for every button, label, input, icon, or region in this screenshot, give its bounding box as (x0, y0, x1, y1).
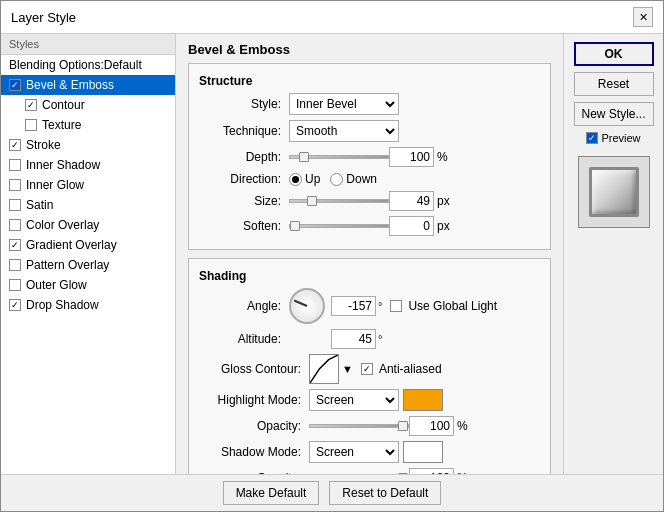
angle-dial[interactable] (289, 288, 325, 324)
structure-title: Structure (199, 74, 540, 88)
style-item-outer-glow[interactable]: Outer Glow (1, 275, 175, 295)
depth-slider-container (289, 155, 389, 159)
direction-row: Direction: Up Down (199, 172, 540, 186)
anti-aliased-checkbox[interactable]: Anti-aliased (361, 362, 442, 376)
gloss-contour-thumb[interactable] (309, 354, 339, 384)
checkbox-bevel[interactable] (9, 79, 21, 91)
global-light-label: Use Global Light (408, 299, 497, 313)
left-panel: Styles Blending Options:DefaultBevel & E… (1, 34, 176, 474)
direction-down-circle (330, 173, 343, 186)
shading-title: Shading (199, 269, 540, 283)
reset-button[interactable]: Reset (574, 72, 654, 96)
label-inner-shadow: Inner Shadow (26, 158, 100, 172)
soften-row: Soften: px (199, 216, 540, 236)
technique-select[interactable]: Smooth Chisel Hard Chisel Soft (289, 120, 399, 142)
style-row: Style: Inner Bevel Outer Bevel Emboss Pi… (199, 93, 540, 115)
shadow-color-swatch[interactable] (403, 441, 443, 463)
bottom-bar: Make Default Reset to Default (1, 474, 663, 511)
checkbox-outer-glow[interactable] (9, 279, 21, 291)
soften-slider-container (289, 224, 389, 228)
style-item-bevel[interactable]: Bevel & Emboss (1, 75, 175, 95)
highlight-mode-label: Highlight Mode: (199, 393, 309, 407)
checkbox-pattern-overlay[interactable] (9, 259, 21, 271)
angle-input[interactable] (331, 296, 376, 316)
size-slider-container (289, 199, 389, 203)
ok-button[interactable]: OK (574, 42, 654, 66)
checkbox-texture[interactable] (25, 119, 37, 131)
contour-arrow[interactable]: ▼ (342, 363, 353, 375)
highlight-mode-select[interactable]: Screen Normal Multiply (309, 389, 399, 411)
label-gradient-overlay: Gradient Overlay (26, 238, 117, 252)
direction-up-label: Up (305, 172, 320, 186)
style-item-contour[interactable]: Contour (1, 95, 175, 115)
new-style-button[interactable]: New Style... (574, 102, 654, 126)
anti-aliased-label: Anti-aliased (379, 362, 442, 376)
size-row: Size: px (199, 191, 540, 211)
style-item-gradient-overlay[interactable]: Gradient Overlay (1, 235, 175, 255)
style-item-color-overlay[interactable]: Color Overlay (1, 215, 175, 235)
shadow-mode-row: Shadow Mode: Screen Normal Multiply (199, 441, 540, 463)
layer-style-dialog: Layer Style ✕ Styles Blending Options:De… (0, 0, 664, 512)
altitude-row: Altitude: ° (199, 329, 540, 349)
soften-label: Soften: (199, 219, 289, 233)
checkbox-gradient-overlay[interactable] (9, 239, 21, 251)
contour-svg (310, 355, 338, 383)
checkbox-color-overlay[interactable] (9, 219, 21, 231)
style-item-texture[interactable]: Texture (1, 115, 175, 135)
checkbox-inner-glow[interactable] (9, 179, 21, 191)
highlight-opacity-unit: % (457, 419, 468, 433)
style-item-satin[interactable]: Satin (1, 195, 175, 215)
preview-label-container: Preview (586, 132, 640, 144)
dialog-body: Styles Blending Options:DefaultBevel & E… (1, 34, 663, 474)
center-panel: Bevel & Emboss Structure Style: Inner Be… (176, 34, 563, 474)
depth-input[interactable] (389, 147, 434, 167)
style-list: Blending Options:DefaultBevel & EmbossCo… (1, 55, 175, 315)
altitude-unit: ° (378, 333, 382, 345)
right-panel: OK Reset New Style... Preview (563, 34, 663, 474)
style-item-inner-glow[interactable]: Inner Glow (1, 175, 175, 195)
make-default-button[interactable]: Make Default (223, 481, 320, 505)
style-item-blending[interactable]: Blending Options:Default (1, 55, 175, 75)
style-item-stroke[interactable]: Stroke (1, 135, 175, 155)
structure-section: Structure Style: Inner Bevel Outer Bevel… (188, 63, 551, 250)
close-button[interactable]: ✕ (633, 7, 653, 27)
angle-label: Angle: (199, 299, 289, 313)
soften-slider[interactable] (289, 224, 389, 228)
checkbox-contour[interactable] (25, 99, 37, 111)
size-slider[interactable] (289, 199, 389, 203)
depth-row: Depth: % (199, 147, 540, 167)
style-item-pattern-overlay[interactable]: Pattern Overlay (1, 255, 175, 275)
soften-input[interactable] (389, 216, 434, 236)
label-texture: Texture (42, 118, 81, 132)
use-global-light-checkbox[interactable]: Use Global Light (390, 299, 497, 313)
size-input[interactable] (389, 191, 434, 211)
direction-up-circle (289, 173, 302, 186)
checkbox-drop-shadow[interactable] (9, 299, 21, 311)
highlight-mode-row: Highlight Mode: Screen Normal Multiply (199, 389, 540, 411)
preview-check[interactable] (586, 132, 598, 144)
highlight-opacity-slider[interactable] (309, 424, 409, 428)
direction-up-radio[interactable]: Up (289, 172, 320, 186)
highlight-color-swatch[interactable] (403, 389, 443, 411)
style-item-inner-shadow[interactable]: Inner Shadow (1, 155, 175, 175)
checkbox-satin[interactable] (9, 199, 21, 211)
preview-box (578, 156, 650, 228)
depth-slider[interactable] (289, 155, 389, 159)
reset-to-default-button[interactable]: Reset to Default (329, 481, 441, 505)
checkbox-inner-shadow[interactable] (9, 159, 21, 171)
technique-row: Technique: Smooth Chisel Hard Chisel Sof… (199, 120, 540, 142)
angle-line (294, 300, 308, 307)
label-stroke: Stroke (26, 138, 61, 152)
shadow-mode-select[interactable]: Screen Normal Multiply (309, 441, 399, 463)
style-select[interactable]: Inner Bevel Outer Bevel Emboss Pillow Em… (289, 93, 399, 115)
highlight-opacity-input[interactable] (409, 416, 454, 436)
direction-down-label: Down (346, 172, 377, 186)
altitude-input[interactable] (331, 329, 376, 349)
preview-label: Preview (601, 132, 640, 144)
direction-down-radio[interactable]: Down (330, 172, 377, 186)
depth-unit: % (437, 150, 448, 164)
checkbox-stroke[interactable] (9, 139, 21, 151)
style-item-drop-shadow[interactable]: Drop Shadow (1, 295, 175, 315)
preview-inner (589, 167, 639, 217)
label-blending: Blending Options:Default (9, 58, 142, 72)
